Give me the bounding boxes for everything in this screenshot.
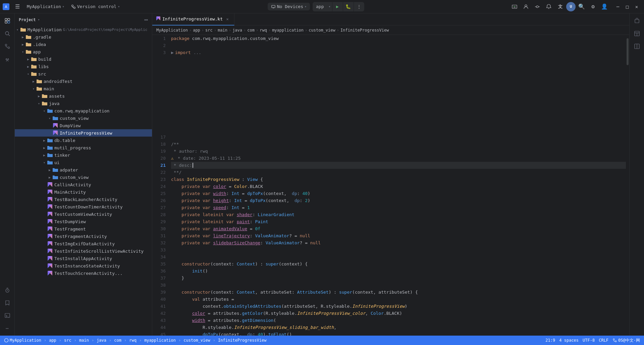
tree-item-myapplication[interactable]: ▾ MyApplication G:\AndroidProject\tempPr… <box>15 26 152 33</box>
maximize-button[interactable]: □ <box>623 2 632 11</box>
tree-item-androidTest[interactable]: ▶ androidTest <box>15 78 152 85</box>
tree-item-testcustom[interactable]: TestCustomViewActivity <box>15 210 152 218</box>
debug-button[interactable]: 🐛 <box>343 2 354 11</box>
activity-build[interactable]: ⚒ <box>1 53 13 65</box>
activity-project[interactable] <box>1 15 13 27</box>
tree-item-custom-view-folder[interactable]: ▾ custom_view <box>15 114 152 122</box>
bc-java[interactable]: java <box>232 28 242 33</box>
tree-item-ui[interactable]: ▾ ui <box>15 159 152 166</box>
tree-item-testbacklauncher[interactable]: TestBackLauncherActivity <box>15 196 152 203</box>
notification-icon[interactable] <box>543 1 554 12</box>
activity-bookmark[interactable] <box>1 297 13 309</box>
bc-src[interactable]: src <box>205 28 213 33</box>
code-content[interactable]: package com.rwq.myapplication.custom_vie… <box>168 35 626 336</box>
tree-item-testdump[interactable]: TestDumpView <box>15 218 152 225</box>
status-project[interactable]: MyApplication <box>3 336 43 345</box>
no-devices-btn[interactable]: No Devices ▾ <box>268 3 310 10</box>
right-split-icon[interactable] <box>631 40 643 52</box>
activity-more[interactable]: ⋯ <box>1 322 13 334</box>
right-notifications-icon[interactable] <box>631 15 643 27</box>
tree-item-gradle[interactable]: ▶ .gradle <box>15 33 152 41</box>
activity-terminal[interactable] <box>1 309 13 322</box>
tree-item-java[interactable]: ▾ java <box>15 100 152 107</box>
tree-item-testimgexif[interactable]: TestImgExifDataActivity <box>15 240 152 247</box>
code-line-3[interactable]: ▶ import ... <box>171 49 626 56</box>
close-button[interactable]: ✕ <box>632 2 641 11</box>
minimize-button[interactable]: ─ <box>613 2 623 11</box>
tree-item-testfragmentactivity[interactable]: TestFragmentActivity <box>15 233 152 240</box>
vertical-scrollbar[interactable] <box>626 35 629 336</box>
tree-item-testcountdown[interactable]: TestCountDownTimerActivity <box>15 203 152 210</box>
tree-item-mutil-progress[interactable]: ▶ mutil_progress <box>15 144 152 151</box>
status-com[interactable]: com <box>113 336 123 345</box>
tree-item-callinactivity[interactable]: CallinActivity <box>15 181 152 188</box>
tree-item-com-rwq[interactable]: ▾ com.rwq.myapplication <box>15 107 152 114</box>
bc-main[interactable]: main <box>218 28 227 33</box>
bc-rwq[interactable]: rwq <box>260 28 267 33</box>
tree-item-dbtable[interactable]: ▶ db.table <box>15 137 152 144</box>
bc-app[interactable]: app <box>193 28 200 33</box>
hamburger-menu[interactable]: ☰ <box>12 1 23 12</box>
tree-item-main[interactable]: ▾ main <box>15 85 152 92</box>
status-rwq[interactable]: rwq <box>128 336 138 345</box>
status-encoding[interactable]: UTF-8 <box>581 336 596 345</box>
tree-item-testfragment[interactable]: TestFragment <box>15 225 152 233</box>
editor-content[interactable]: 1 2 3 17 18 19 20 21 22 <box>152 35 629 336</box>
tree-item-testinstall[interactable]: TestInstallAppActivity <box>15 255 152 262</box>
tree-item-assets[interactable]: ▶ assets <box>15 92 152 100</box>
status-main[interactable]: main <box>78 336 90 345</box>
tree-item-app[interactable]: ▾ app <box>15 48 152 55</box>
sidebar-header[interactable]: Project ▾ ⋯ <box>15 13 152 26</box>
status-git[interactable]: 0S@中文·网 <box>611 336 641 345</box>
app-name-btn[interactable]: MyApplication ▾ <box>24 3 67 10</box>
status-spaces[interactable]: 4 spaces <box>558 336 580 345</box>
avatar-icon[interactable]: U <box>566 2 576 11</box>
scrollbar-thumb[interactable] <box>627 38 629 65</box>
tree-item-testtouch[interactable]: TestTouchScreenActivity... <box>15 269 152 277</box>
commit-icon[interactable] <box>532 1 543 12</box>
tree-item-testinfinite[interactable]: TestInfiniteScrollListViewActivity <box>15 247 152 255</box>
search-icon[interactable]: 🔍 <box>576 1 587 12</box>
account-icon[interactable]: 👤 <box>599 1 610 12</box>
status-java[interactable]: java <box>95 336 108 345</box>
run-manager-icon[interactable] <box>509 1 520 12</box>
activity-debug[interactable] <box>1 284 13 296</box>
bc-class[interactable]: InfiniteProgressView <box>340 28 389 33</box>
play-button[interactable]: ▶ <box>332 2 343 11</box>
version-control-btn[interactable]: Version control ▾ <box>68 3 122 10</box>
tree-item-mainactivity[interactable]: MainActivity <box>15 188 152 196</box>
settings-icon[interactable]: ⚙ <box>588 1 598 12</box>
tree-item-dumpview[interactable]: DumpView <box>15 122 152 129</box>
tree-item-build[interactable]: ▶ build <box>15 55 152 63</box>
status-src[interactable]: src <box>63 336 73 345</box>
bc-myapplication[interactable]: MyApplication <box>156 28 188 33</box>
tree-item-tinker[interactable]: ▶ tinker <box>15 151 152 159</box>
activity-find[interactable] <box>1 28 13 40</box>
status-app[interactable]: app <box>48 336 58 345</box>
bc-myapp[interactable]: myapplication <box>272 28 304 33</box>
sidebar-options-icon[interactable]: ⋯ <box>144 16 148 23</box>
status-class[interactable]: InfiniteProgressView <box>217 336 268 345</box>
tree-item-ui-custom-view[interactable]: ▶ custom_view <box>15 174 152 181</box>
tree-item-adpater[interactable]: ▶ adpater <box>15 166 152 174</box>
bc-customview[interactable]: custom_view <box>309 28 335 33</box>
tab-close-infinite[interactable]: ✕ <box>225 16 230 22</box>
run-more-button[interactable]: ⋮ <box>354 2 364 11</box>
right-layout-icon[interactable] <box>631 28 643 40</box>
bc-com[interactable]: com <box>247 28 255 33</box>
status-myapp[interactable]: myapplication <box>143 336 177 345</box>
status-lineend[interactable]: CRLF <box>597 336 610 345</box>
profile-icon[interactable] <box>521 1 531 12</box>
status-customview[interactable]: custom_view <box>182 336 211 345</box>
tree-item-testinstance[interactable]: TestInstanceStateActivity <box>15 262 152 269</box>
translate-icon[interactable]: 文 <box>555 1 566 12</box>
tree-item-idea[interactable]: ▶ .idea <box>15 41 152 48</box>
editor-tab-infinite[interactable]: InfiniteProgressView.kt ✕ <box>152 13 234 26</box>
tree-item-libs[interactable]: ▶ libs <box>15 63 152 70</box>
run-config-name[interactable]: app <box>313 3 327 10</box>
tree-item-infiniteprogressview[interactable]: InfiniteProgressView <box>15 129 152 137</box>
status-position[interactable]: 21:9 <box>544 336 556 345</box>
activity-vcs[interactable] <box>1 40 13 52</box>
tree-item-src[interactable]: ▾ src <box>15 70 152 78</box>
code-line-29: private lateinit var paint : Paint <box>171 218 626 225</box>
